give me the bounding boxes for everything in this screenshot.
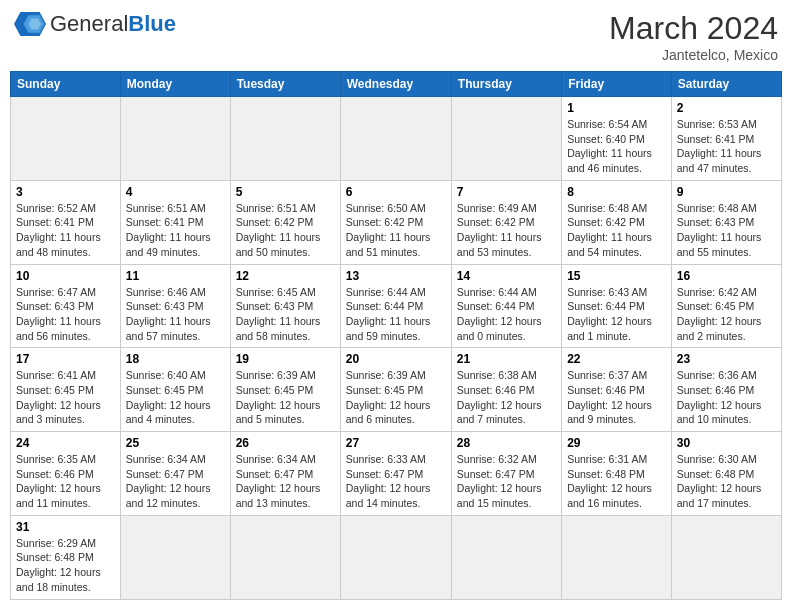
calendar-cell: 16Sunrise: 6:42 AM Sunset: 6:45 PM Dayli… <box>671 264 781 348</box>
days-of-week-row: SundayMondayTuesdayWednesdayThursdayFrid… <box>11 72 782 97</box>
calendar-cell: 2Sunrise: 6:53 AM Sunset: 6:41 PM Daylig… <box>671 97 781 181</box>
day-info: Sunrise: 6:29 AM Sunset: 6:48 PM Dayligh… <box>16 536 115 595</box>
day-info: Sunrise: 6:39 AM Sunset: 6:45 PM Dayligh… <box>236 368 335 427</box>
calendar-title-block: March 2024 Jantetelco, Mexico <box>609 10 778 63</box>
day-number: 28 <box>457 436 556 450</box>
day-info: Sunrise: 6:41 AM Sunset: 6:45 PM Dayligh… <box>16 368 115 427</box>
calendar-cell: 1Sunrise: 6:54 AM Sunset: 6:40 PM Daylig… <box>562 97 672 181</box>
day-info: Sunrise: 6:39 AM Sunset: 6:45 PM Dayligh… <box>346 368 446 427</box>
calendar-cell <box>340 97 451 181</box>
calendar-cell <box>451 515 561 599</box>
day-number: 15 <box>567 269 666 283</box>
day-info: Sunrise: 6:42 AM Sunset: 6:45 PM Dayligh… <box>677 285 776 344</box>
calendar-cell <box>340 515 451 599</box>
calendar-cell: 14Sunrise: 6:44 AM Sunset: 6:44 PM Dayli… <box>451 264 561 348</box>
calendar-cell: 20Sunrise: 6:39 AM Sunset: 6:45 PM Dayli… <box>340 348 451 432</box>
calendar-cell: 9Sunrise: 6:48 AM Sunset: 6:43 PM Daylig… <box>671 180 781 264</box>
calendar-cell: 26Sunrise: 6:34 AM Sunset: 6:47 PM Dayli… <box>230 432 340 516</box>
day-info: Sunrise: 6:52 AM Sunset: 6:41 PM Dayligh… <box>16 201 115 260</box>
calendar-cell: 29Sunrise: 6:31 AM Sunset: 6:48 PM Dayli… <box>562 432 672 516</box>
calendar-header: SundayMondayTuesdayWednesdayThursdayFrid… <box>11 72 782 97</box>
day-number: 19 <box>236 352 335 366</box>
day-number: 4 <box>126 185 225 199</box>
week-row-6: 31Sunrise: 6:29 AM Sunset: 6:48 PM Dayli… <box>11 515 782 599</box>
day-number: 17 <box>16 352 115 366</box>
day-header-monday: Monday <box>120 72 230 97</box>
day-info: Sunrise: 6:34 AM Sunset: 6:47 PM Dayligh… <box>236 452 335 511</box>
calendar-cell: 7Sunrise: 6:49 AM Sunset: 6:42 PM Daylig… <box>451 180 561 264</box>
day-number: 5 <box>236 185 335 199</box>
day-info: Sunrise: 6:53 AM Sunset: 6:41 PM Dayligh… <box>677 117 776 176</box>
day-number: 25 <box>126 436 225 450</box>
calendar-cell: 19Sunrise: 6:39 AM Sunset: 6:45 PM Dayli… <box>230 348 340 432</box>
day-number: 13 <box>346 269 446 283</box>
calendar-cell: 31Sunrise: 6:29 AM Sunset: 6:48 PM Dayli… <box>11 515 121 599</box>
calendar-cell: 4Sunrise: 6:51 AM Sunset: 6:41 PM Daylig… <box>120 180 230 264</box>
calendar-cell: 17Sunrise: 6:41 AM Sunset: 6:45 PM Dayli… <box>11 348 121 432</box>
calendar-cell <box>11 97 121 181</box>
day-header-wednesday: Wednesday <box>340 72 451 97</box>
calendar-table: SundayMondayTuesdayWednesdayThursdayFrid… <box>10 71 782 600</box>
day-number: 20 <box>346 352 446 366</box>
week-row-5: 24Sunrise: 6:35 AM Sunset: 6:46 PM Dayli… <box>11 432 782 516</box>
calendar-cell <box>230 515 340 599</box>
calendar-cell: 6Sunrise: 6:50 AM Sunset: 6:42 PM Daylig… <box>340 180 451 264</box>
day-header-thursday: Thursday <box>451 72 561 97</box>
day-info: Sunrise: 6:33 AM Sunset: 6:47 PM Dayligh… <box>346 452 446 511</box>
day-number: 27 <box>346 436 446 450</box>
day-number: 22 <box>567 352 666 366</box>
day-header-sunday: Sunday <box>11 72 121 97</box>
day-info: Sunrise: 6:40 AM Sunset: 6:45 PM Dayligh… <box>126 368 225 427</box>
calendar-cell: 18Sunrise: 6:40 AM Sunset: 6:45 PM Dayli… <box>120 348 230 432</box>
calendar-cell: 5Sunrise: 6:51 AM Sunset: 6:42 PM Daylig… <box>230 180 340 264</box>
day-number: 6 <box>346 185 446 199</box>
calendar-cell: 15Sunrise: 6:43 AM Sunset: 6:44 PM Dayli… <box>562 264 672 348</box>
day-info: Sunrise: 6:38 AM Sunset: 6:46 PM Dayligh… <box>457 368 556 427</box>
day-info: Sunrise: 6:44 AM Sunset: 6:44 PM Dayligh… <box>457 285 556 344</box>
day-number: 29 <box>567 436 666 450</box>
day-header-friday: Friday <box>562 72 672 97</box>
day-info: Sunrise: 6:36 AM Sunset: 6:46 PM Dayligh… <box>677 368 776 427</box>
day-number: 21 <box>457 352 556 366</box>
month-title: March 2024 <box>609 10 778 47</box>
logo-text: GeneralBlue <box>50 11 176 37</box>
day-number: 9 <box>677 185 776 199</box>
day-number: 7 <box>457 185 556 199</box>
day-info: Sunrise: 6:37 AM Sunset: 6:46 PM Dayligh… <box>567 368 666 427</box>
day-info: Sunrise: 6:43 AM Sunset: 6:44 PM Dayligh… <box>567 285 666 344</box>
day-info: Sunrise: 6:34 AM Sunset: 6:47 PM Dayligh… <box>126 452 225 511</box>
calendar-cell <box>671 515 781 599</box>
day-info: Sunrise: 6:44 AM Sunset: 6:44 PM Dayligh… <box>346 285 446 344</box>
calendar-cell: 22Sunrise: 6:37 AM Sunset: 6:46 PM Dayli… <box>562 348 672 432</box>
day-info: Sunrise: 6:48 AM Sunset: 6:43 PM Dayligh… <box>677 201 776 260</box>
calendar-cell: 25Sunrise: 6:34 AM Sunset: 6:47 PM Dayli… <box>120 432 230 516</box>
day-number: 2 <box>677 101 776 115</box>
day-number: 18 <box>126 352 225 366</box>
day-number: 1 <box>567 101 666 115</box>
calendar-cell: 12Sunrise: 6:45 AM Sunset: 6:43 PM Dayli… <box>230 264 340 348</box>
location-subtitle: Jantetelco, Mexico <box>609 47 778 63</box>
calendar-cell: 21Sunrise: 6:38 AM Sunset: 6:46 PM Dayli… <box>451 348 561 432</box>
day-number: 14 <box>457 269 556 283</box>
day-info: Sunrise: 6:49 AM Sunset: 6:42 PM Dayligh… <box>457 201 556 260</box>
day-info: Sunrise: 6:32 AM Sunset: 6:47 PM Dayligh… <box>457 452 556 511</box>
day-info: Sunrise: 6:54 AM Sunset: 6:40 PM Dayligh… <box>567 117 666 176</box>
day-number: 31 <box>16 520 115 534</box>
day-header-saturday: Saturday <box>671 72 781 97</box>
day-info: Sunrise: 6:51 AM Sunset: 6:41 PM Dayligh… <box>126 201 225 260</box>
calendar-cell: 30Sunrise: 6:30 AM Sunset: 6:48 PM Dayli… <box>671 432 781 516</box>
day-number: 26 <box>236 436 335 450</box>
logo: GeneralBlue <box>14 10 176 38</box>
day-number: 3 <box>16 185 115 199</box>
calendar-cell: 23Sunrise: 6:36 AM Sunset: 6:46 PM Dayli… <box>671 348 781 432</box>
calendar-cell: 3Sunrise: 6:52 AM Sunset: 6:41 PM Daylig… <box>11 180 121 264</box>
day-number: 10 <box>16 269 115 283</box>
calendar-cell: 24Sunrise: 6:35 AM Sunset: 6:46 PM Dayli… <box>11 432 121 516</box>
calendar-cell <box>451 97 561 181</box>
day-info: Sunrise: 6:35 AM Sunset: 6:46 PM Dayligh… <box>16 452 115 511</box>
day-number: 11 <box>126 269 225 283</box>
page-header: GeneralBlue March 2024 Jantetelco, Mexic… <box>10 10 782 63</box>
day-number: 12 <box>236 269 335 283</box>
calendar-cell <box>230 97 340 181</box>
calendar-cell: 28Sunrise: 6:32 AM Sunset: 6:47 PM Dayli… <box>451 432 561 516</box>
